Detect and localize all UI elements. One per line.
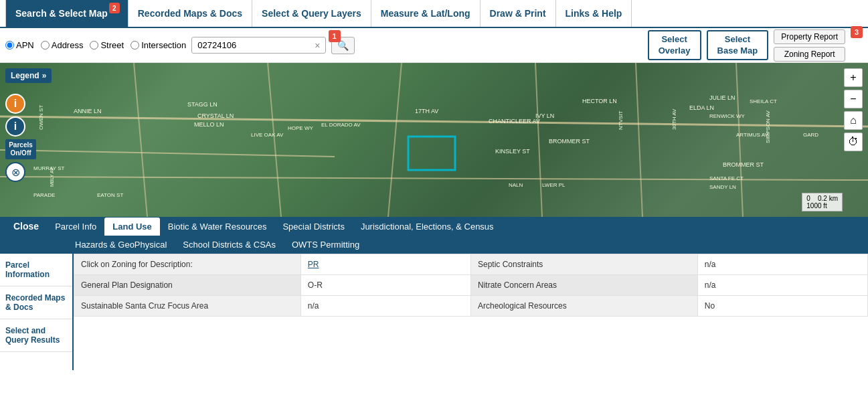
tab-hazards[interactable]: Hazards & GeoPhysical	[67, 236, 175, 254]
zoom-out-button[interactable]: −	[844, 90, 863, 108]
x-icon: ⊗	[11, 166, 20, 179]
nav-measure-label: Measure & Lat/Long	[381, 8, 470, 19]
svg-text:IVY LN: IVY LN	[535, 112, 554, 119]
tab-biotic-water[interactable]: Biotic & Water Resources	[160, 218, 275, 236]
search-row: APN Address Street Intersection × 1 🔍 Se…	[0, 28, 868, 63]
select-basemap-button[interactable]: Select Base Map	[707, 30, 769, 61]
clear-button[interactable]: ×	[313, 40, 322, 51]
radio-apn-input[interactable]	[5, 41, 14, 50]
parcels-toggle-button[interactable]: ParcelsOn/Off	[5, 139, 36, 159]
radio-intersection-input[interactable]	[131, 41, 139, 50]
nav-search-select-map[interactable]: Search & Select Map 2	[5, 0, 128, 27]
radio-apn-label: APN	[16, 40, 34, 50]
cell-value-sustainable: n/a	[300, 296, 470, 317]
radio-intersection[interactable]: Intersection	[131, 40, 186, 50]
parcels-label: ParcelsOn/Off	[9, 141, 33, 157]
nav-select-query-label: Select & Query Layers	[262, 8, 361, 19]
pr-link[interactable]: PR	[308, 260, 319, 269]
tab-land-use[interactable]: Land Use	[104, 218, 160, 236]
badge-1: 1	[329, 30, 341, 42]
cell-label-archeological: Archeological Resources	[470, 296, 697, 317]
radio-intersection-label: Intersection	[141, 40, 186, 50]
select-overlay-line2: Overlay	[659, 46, 691, 56]
nav-select-query[interactable]: Select & Query Layers	[252, 0, 371, 27]
svg-text:ELDA LN: ELDA LN	[689, 104, 714, 111]
radio-street[interactable]: Street	[90, 40, 124, 50]
cell-value-nitrate: n/a	[697, 275, 867, 296]
radio-street-input[interactable]	[90, 41, 98, 50]
svg-text:SHEILA CT: SHEILA CT	[750, 98, 777, 104]
cell-label-general-plan: General Plan Designation	[74, 275, 301, 296]
select-basemap-line1: Select	[725, 34, 750, 44]
svg-line-2	[134, 63, 147, 217]
svg-text:30TH AV: 30TH AV	[671, 108, 677, 130]
zoning-report-button[interactable]: Zoning Report	[774, 47, 845, 62]
nav-links-help[interactable]: Links & Help	[556, 0, 632, 27]
svg-text:HECTOR LN: HECTOR LN	[582, 98, 617, 104]
left-panel-parcel-info[interactable]: Parcel Information	[0, 254, 72, 286]
cell-value-or: O-R	[300, 275, 470, 296]
close-button[interactable]: Close	[5, 217, 47, 236]
svg-text:CHANTICLEER AV: CHANTICLEER AV	[489, 118, 540, 124]
svg-text:GARD: GARD	[803, 132, 818, 138]
svg-text:EATON ST: EATON ST	[97, 192, 123, 198]
cell-value-septic: n/a	[697, 254, 867, 275]
info-icon-2: i	[14, 120, 17, 133]
select-overlay-button[interactable]: Select Overlay	[648, 30, 701, 61]
svg-rect-9	[408, 137, 455, 170]
svg-text:SANTA FE CT: SANTA FE CT	[709, 175, 744, 181]
report-buttons: Property Report Zoning Report	[774, 29, 845, 62]
nav-links-help-label: Links & Help	[566, 8, 622, 19]
nav-recorded-maps-label: Recorded Maps & Docs	[138, 8, 242, 19]
radio-address-input[interactable]	[41, 41, 50, 50]
tab-owts[interactable]: OWTS Permitting	[284, 236, 367, 254]
property-report-button[interactable]: Property Report	[774, 29, 845, 44]
map-side-buttons: + − ⌂ ⏱	[844, 68, 863, 151]
nav-measure[interactable]: Measure & Lat/Long	[371, 0, 481, 27]
svg-text:ARTIMUS AV: ARTIMUS AV	[736, 132, 768, 138]
svg-line-4	[388, 63, 402, 217]
svg-text:STAGG LN: STAGG LN	[187, 101, 218, 108]
cell-value-pr: PR	[300, 254, 470, 275]
svg-text:RENWICK WY: RENWICK WY	[709, 113, 746, 119]
tab-school-districts[interactable]: School Districts & CSAs	[175, 236, 284, 254]
left-panel: Parcel Information Recorded Maps & Docs …	[0, 254, 74, 370]
left-panel-select-query[interactable]: Select and Query Results	[0, 319, 72, 352]
legend-chevron: »	[42, 71, 47, 80]
map-info-buttons: i i ParcelsOn/Off ⊗	[5, 94, 36, 182]
svg-text:KINSLEY ST: KINSLEY ST	[495, 148, 530, 155]
map-container[interactable]: ANNIE LN STAGG LN CRYSTAL LN MELLO LN LI…	[0, 63, 868, 217]
table-row: General Plan Designation O-R Nitrate Con…	[74, 275, 868, 296]
clock-button[interactable]: ⏱	[844, 133, 863, 151]
bottom-tabs-row2: Hazards & GeoPhysical School Districts &…	[0, 236, 868, 254]
svg-line-6	[636, 63, 642, 217]
radio-address[interactable]: Address	[41, 40, 84, 50]
info-button-1[interactable]: i	[5, 94, 25, 114]
home-icon: ⌂	[850, 114, 857, 127]
legend-label: Legend	[11, 71, 39, 80]
map-roads-overlay: ANNIE LN STAGG LN CRYSTAL LN MELLO LN LI…	[0, 63, 868, 217]
left-panel-recorded-maps[interactable]: Recorded Maps & Docs	[0, 286, 72, 319]
search-input-wrap: ×	[191, 37, 325, 54]
info-button-2[interactable]: i	[5, 116, 25, 137]
home-button[interactable]: ⌂	[844, 111, 863, 130]
tab-jurisdictional[interactable]: Jurisdictional, Elections, & Census	[353, 218, 502, 236]
tab-special-districts[interactable]: Special Districts	[274, 218, 352, 236]
svg-text:SIMPSON AV: SIMPSON AV	[765, 110, 771, 143]
radio-apn[interactable]: APN	[5, 40, 34, 50]
radio-address-label: Address	[52, 40, 84, 50]
tab-parcel-info[interactable]: Parcel Info	[47, 218, 104, 236]
zoom-in-button[interactable]: +	[844, 68, 863, 87]
nav-recorded-maps[interactable]: Recorded Maps & Docs	[128, 0, 252, 27]
cell-label-nitrate: Nitrate Concern Areas	[470, 275, 697, 296]
table-row: Click on Zoning for Description: PR Sept…	[74, 254, 868, 275]
legend-button[interactable]: Legend »	[5, 68, 52, 83]
search-input[interactable]	[195, 39, 313, 52]
svg-line-3	[268, 63, 281, 217]
nav-draw-print[interactable]: Draw & Print	[481, 0, 556, 27]
zoom-in-icon: +	[850, 72, 856, 84]
close-circle-button[interactable]: ⊗	[5, 162, 25, 182]
clock-icon: ⏱	[848, 136, 859, 148]
svg-line-5	[535, 63, 542, 217]
top-navigation: Search & Select Map 2 Recorded Maps & Do…	[0, 0, 868, 28]
